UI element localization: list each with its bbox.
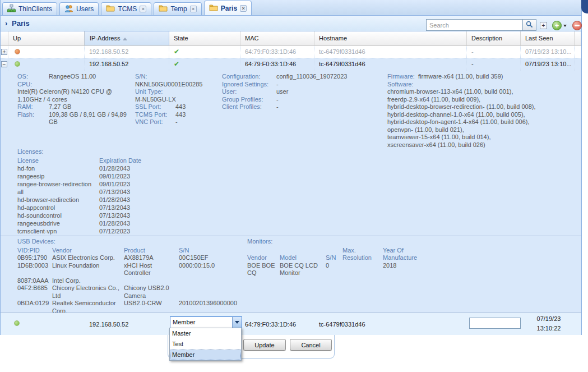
tab-label: Users	[76, 5, 94, 13]
cpu-label: CPU:	[17, 81, 32, 88]
monitor-column-header: S/N	[326, 254, 342, 262]
license-expiration: 09/01/2023	[99, 180, 169, 188]
license-name: hd-appcontrol	[17, 204, 99, 212]
column-header-label: IP-Address	[90, 35, 120, 42]
tab-thinclients[interactable]: ThinClients	[2, 2, 57, 15]
column-header-state[interactable]: State	[169, 31, 240, 45]
add-menu-caret-icon[interactable]	[563, 25, 567, 27]
dropdown-option-test[interactable]: Test	[170, 339, 241, 350]
software-label: Software:	[387, 81, 581, 89]
monitor-cell: 0	[326, 262, 342, 277]
client-profiles-value: -	[276, 103, 386, 111]
edit-row: 192.168.50.52 Member 64:79:F0:33:1D:46 t…	[1, 313, 581, 335]
license-name: rangeesip	[17, 172, 99, 180]
firmware-value: firmware-x64 (11.00, build 359)	[418, 73, 581, 81]
column-header-description[interactable]: Description	[467, 31, 521, 45]
search-button[interactable]	[522, 20, 536, 30]
close-tab-icon[interactable]: ×	[240, 5, 247, 12]
content-header: › Paris + +	[1, 16, 581, 31]
add-button[interactable]: +	[552, 21, 562, 30]
license-name: hd-fon	[17, 164, 99, 172]
tab-label: ThinClients	[18, 5, 52, 13]
usb-devices-title: USB Devices:	[17, 238, 250, 246]
column-header-last-seen[interactable]: Last Seen	[521, 31, 575, 45]
grid-header: Up IP-Address State MAC Hostname Descrip…	[1, 31, 581, 46]
sort-ascending-icon	[123, 38, 127, 40]
software-item: hybrid-desktop-fon-agent-1.4-x64 (11.00,…	[387, 118, 581, 126]
close-tab-icon[interactable]: ×	[190, 6, 197, 12]
vnc-port-label: VNC Port:	[135, 118, 175, 126]
role-select[interactable]: Member	[170, 316, 242, 328]
edit-ip-value: 192.168.50.52	[89, 321, 128, 328]
description-input[interactable]	[469, 318, 521, 329]
usb-cell: 00C150EF	[179, 254, 250, 262]
user-value: user	[276, 88, 386, 96]
usb-cell: Linux Foundation	[52, 262, 124, 277]
monitor-column-header: Max. Resolution	[342, 247, 383, 262]
table-row[interactable]: + 192.168.50.52 ✔ 64:79:F0:33:1D:46 tc-6…	[1, 46, 581, 58]
license-expiration: 07/13/2043	[99, 188, 169, 196]
dropdown-option-master[interactable]: Master	[170, 328, 241, 339]
edit-last-seen-time: 13:10:22	[521, 325, 577, 332]
column-header-ip[interactable]: IP-Address	[85, 31, 169, 45]
usb-cell: Chicony Electronics Co., Ltd	[52, 284, 124, 300]
column-header-hostname[interactable]: Hostname	[314, 31, 467, 45]
monitors-title: Monitors:	[247, 238, 443, 246]
usb-column-header: Product	[124, 247, 179, 255]
column-header-up[interactable]: Up	[8, 31, 85, 45]
status-dot-offline	[15, 49, 20, 54]
license-expiration: 07/12/2023	[99, 227, 169, 235]
group-profiles-value: -	[276, 96, 386, 104]
unit-type-value: M-NL50GU-LX	[135, 96, 220, 104]
mac-cell: 64:79:F0:33:1D:46	[240, 46, 314, 58]
licenses-title: Licenses:	[17, 148, 169, 156]
close-tab-icon[interactable]: ×	[140, 6, 146, 12]
tab-label: TCMS	[118, 5, 137, 13]
software-item: chromium-browser-113-x64 (11.00, build 0…	[387, 88, 581, 96]
usb-cell: 8087:0AAA	[17, 277, 52, 285]
column-header-expander	[1, 31, 8, 45]
minus-icon	[575, 25, 580, 26]
licenses-block: Licenses: License Expiration Date hd-fon…	[17, 148, 169, 235]
dropdown-option-member[interactable]: Member	[170, 350, 241, 360]
tab-users[interactable]: Users	[59, 2, 99, 15]
license-name: tcmsclient-vpn	[17, 227, 99, 235]
expiration-column-header: Expiration Date	[99, 157, 169, 164]
expand-all-icon[interactable]: +	[540, 22, 547, 29]
user-label: User:	[222, 88, 276, 96]
monitor-column-header: Vendor	[247, 254, 280, 262]
search-input[interactable]	[427, 20, 522, 30]
state-ok-icon: ✔	[174, 48, 179, 56]
monitor-cell	[342, 262, 383, 277]
users-icon	[64, 4, 73, 14]
tab-tcms[interactable]: TCMS ×	[101, 2, 151, 15]
cpu-value: Intel(R) Celeron(R) N4120 CPU @ 1.10GHz …	[17, 88, 134, 103]
expand-icon[interactable]: +	[1, 49, 7, 55]
usb-column-header: S/N	[179, 247, 250, 255]
remove-button[interactable]	[572, 21, 582, 30]
hostname-cell: tc-6479f0331d46	[314, 58, 467, 71]
column-header-spacer	[575, 31, 581, 45]
usb-cell: AX88179A	[124, 254, 179, 262]
breadcrumb-arrow-icon: ›	[5, 19, 7, 27]
cancel-button[interactable]: Cancel	[290, 339, 332, 351]
page-title: Paris	[12, 19, 30, 27]
tab-temp[interactable]: Temp ×	[154, 2, 201, 15]
select-arrow-button[interactable]	[232, 317, 242, 328]
collapse-icon[interactable]: −	[1, 61, 7, 67]
license-name: rangee-browser-redirection	[17, 180, 99, 188]
ram-value: 7,27 GB	[49, 103, 134, 111]
software-item: freerdp-2.9-x64 (11.00, build 009),	[387, 96, 581, 104]
ignored-settings-label: Ignored Settings:	[222, 81, 276, 89]
tab-paris[interactable]: Paris ×	[204, 1, 252, 15]
configuration-block: Configuration: config_110036_19072023 Ig…	[222, 73, 386, 111]
table-row-expanded[interactable]: − 192.168.50.52 ✔ 64:79:F0:33:1D:46 tc-6…	[1, 58, 581, 71]
vnc-port-value: -	[175, 118, 220, 126]
license-name: hd-soundcontrol	[17, 212, 99, 219]
license-expiration: 01/28/2043	[99, 164, 169, 172]
update-button[interactable]: Update	[243, 339, 286, 351]
usb-cell: 0B95:1790	[17, 254, 52, 262]
column-header-mac[interactable]: MAC	[240, 31, 314, 45]
folder-icon	[106, 4, 115, 13]
usb-column-header: Vendor	[52, 247, 124, 255]
